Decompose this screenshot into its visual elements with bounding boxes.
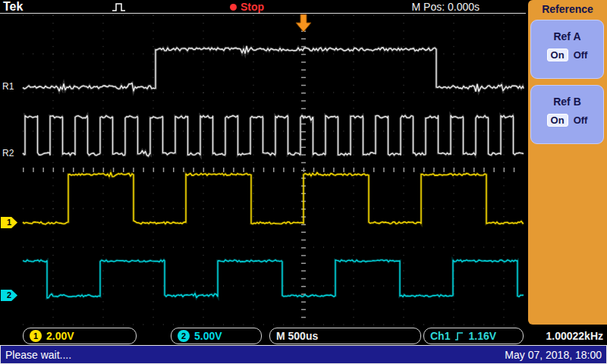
waveform-ch1 [23, 173, 524, 224]
trigger-readout: Ch1 1.16V [423, 328, 524, 344]
oscilloscope-screen: Tek Stop M Pos: 0.000s Reference Ref A O… [0, 0, 607, 364]
waveform-ch2-glow [23, 260, 524, 298]
stop-indicator-icon [230, 4, 237, 11]
trigger-slope-icon [454, 331, 464, 342]
waveform-ch1-glow [23, 173, 524, 224]
tek-logo: Tek [3, 0, 23, 14]
status-bar: Please wait.... May 07, 2018, 18:00 [0, 345, 607, 364]
ch1-scale-readout: 1 2.00V [23, 328, 137, 344]
ref-b-label: Ref B [531, 96, 603, 108]
ref-b-menu-item[interactable]: Ref B On Off [530, 85, 604, 144]
timebase-value: M 500us [276, 330, 318, 342]
ref-a-on-option[interactable]: On [547, 49, 568, 61]
status-message: Please wait.... [5, 349, 71, 361]
datetime-readout: May 07, 2018, 18:00 [505, 349, 602, 361]
waveform-display [0, 0, 607, 364]
waveform-ref-a [23, 46, 524, 92]
header-divider [0, 13, 526, 14]
frequency-readout: 1.00022kHz [522, 328, 603, 344]
acquisition-status: Stop [230, 1, 264, 13]
trigger-source: Ch1 [430, 330, 450, 342]
ref-b-off-option[interactable]: Off [574, 115, 588, 126]
ref-b-position-label: R2 [2, 148, 14, 158]
waveform-ref-b [23, 115, 524, 156]
trigger-position-marker [296, 14, 311, 32]
side-menu: Reference Ref A On Off Ref B On Off [528, 0, 607, 325]
ch2-scale-readout: 2 5.00V [171, 328, 262, 344]
trigger-type-icon [112, 2, 127, 12]
ref-a-menu-item[interactable]: Ref A On Off [530, 20, 604, 79]
ch1-badge: 1 [30, 330, 42, 342]
ref-a-off-option[interactable]: Off [574, 49, 588, 61]
acquisition-status-label: Stop [241, 1, 264, 13]
trigger-level: 1.16V [468, 330, 496, 342]
ch2-scale-value: 5.00V [194, 330, 222, 342]
ch1-scale-value: 2.00V [46, 330, 74, 342]
horizontal-position-readout: M Pos: 0.000s [378, 1, 480, 13]
ch2-badge: 2 [178, 330, 190, 342]
waveform-ref-a-glow [23, 46, 524, 92]
ref-b-on-option[interactable]: On [547, 114, 568, 127]
timebase-readout: M 500us [269, 328, 421, 344]
waveform-ref-b-glow [23, 115, 524, 156]
waveform-ch2 [23, 260, 524, 298]
ref-a-label: Ref A [531, 30, 603, 42]
ref-a-position-label: R1 [2, 81, 14, 92]
side-menu-title: Reference [528, 3, 607, 15]
